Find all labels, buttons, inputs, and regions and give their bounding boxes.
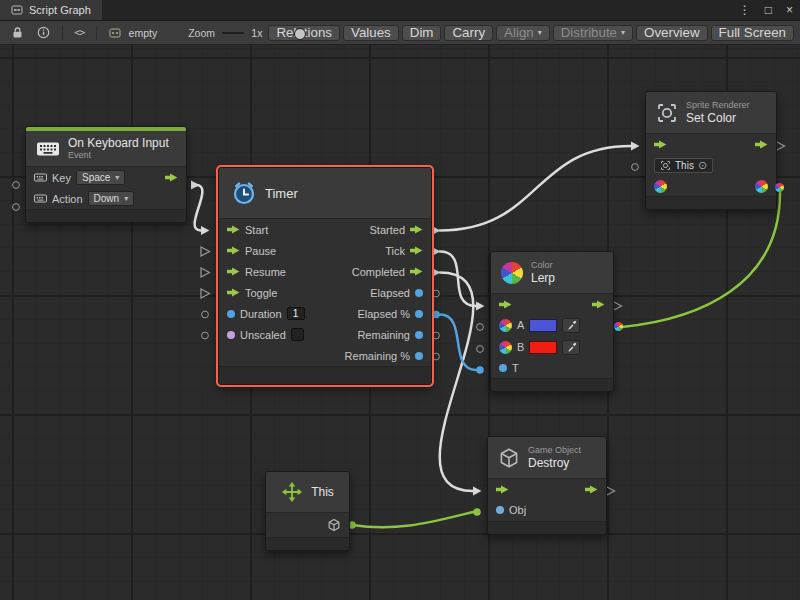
action-dropdown[interactable]: Down▾ — [88, 191, 135, 206]
port-lerp-result-color[interactable] — [614, 322, 623, 331]
graph-asset-icon — [104, 27, 126, 39]
window-close-icon[interactable]: × — [779, 0, 800, 20]
values-button[interactable]: Values — [343, 25, 399, 41]
code-view-icon[interactable]: <> — [69, 27, 89, 38]
key-dropdown[interactable]: Space▾ — [76, 170, 125, 185]
port-lerp-a — [477, 324, 484, 331]
zoom-slider-knob[interactable] — [294, 28, 306, 40]
node-footer — [646, 196, 776, 209]
port-timer-elapsed — [433, 290, 440, 297]
script-graph-icon — [11, 4, 23, 16]
port-label: Duration — [240, 308, 282, 320]
node-timer[interactable]: Timer Start Started Pause Tick Resume Co… — [218, 167, 432, 385]
float-port-icon[interactable] — [415, 310, 423, 318]
sprite-renderer-icon — [656, 102, 678, 124]
flow-arrow-icon[interactable] — [227, 267, 240, 276]
eyedropper-button[interactable] — [562, 340, 580, 355]
port-label: Unscaled — [240, 329, 286, 341]
port-row-color — [646, 176, 776, 196]
flow-arrow-icon[interactable] — [227, 246, 240, 255]
gameobject-port-icon[interactable] — [496, 506, 504, 514]
float-port-icon[interactable] — [415, 331, 423, 339]
port-lerp-flow-out — [613, 302, 622, 311]
port-timer-unscaled — [202, 332, 209, 339]
unscaled-checkbox[interactable] — [291, 328, 304, 341]
port-row-flow — [488, 479, 606, 499]
node-destroy[interactable]: Game Object Destroy Obj — [487, 436, 607, 535]
object-picker-icon[interactable]: ⊙ — [698, 160, 707, 171]
port-action-input — [13, 204, 20, 211]
float-port-icon[interactable] — [415, 352, 423, 360]
duration-input[interactable]: 1 — [287, 307, 305, 320]
port-label: Remaining % — [345, 350, 410, 362]
flow-arrow-icon[interactable] — [227, 288, 240, 297]
self-move-icon — [281, 481, 303, 503]
tab-script-graph[interactable]: Script Graph — [0, 0, 102, 20]
window-titlebar: Script Graph ⋮ □ × — [0, 0, 800, 21]
overview-button[interactable]: Overview — [636, 25, 708, 41]
wire-this-to-obj — [352, 512, 473, 527]
flow-arrow-icon[interactable] — [585, 485, 598, 494]
align-button[interactable]: Align▾ — [496, 25, 550, 41]
dim-button[interactable]: Dim — [402, 25, 442, 41]
port-timer-duration — [202, 311, 209, 318]
float-port-icon[interactable] — [499, 364, 507, 372]
port-row-flow — [646, 134, 776, 154]
carry-button[interactable]: Carry — [444, 25, 493, 41]
port-row-flow — [491, 294, 613, 314]
node-this[interactable]: This — [265, 471, 350, 551]
color-swatch-a[interactable] — [529, 319, 557, 332]
color-port-icon[interactable] — [654, 180, 667, 193]
target-field[interactable]: This ⊙ — [654, 158, 713, 173]
color-port-icon[interactable] — [499, 341, 512, 354]
port-row-b: B — [491, 336, 613, 358]
lock-icon[interactable] — [6, 26, 29, 39]
float-port-icon[interactable] — [415, 289, 423, 297]
graph-canvas[interactable]: On Keyboard Input Event Key Space▾ Actio… — [0, 45, 800, 600]
port-setcolor-color-out[interactable] — [775, 183, 784, 192]
graph-name[interactable]: empty — [129, 27, 158, 39]
window-menu-icon[interactable]: ⋮ — [732, 0, 758, 20]
flow-arrow-icon[interactable] — [499, 300, 512, 309]
port-label-b: B — [517, 341, 524, 353]
color-port-icon[interactable] — [499, 319, 512, 332]
flow-arrow-icon[interactable] — [755, 140, 768, 149]
port-destroy-flow-out — [606, 487, 615, 496]
eyedropper-icon — [566, 320, 577, 331]
zoom-value: 1x — [251, 27, 262, 39]
flow-arrow-icon[interactable] — [496, 485, 509, 494]
flow-arrow-icon[interactable] — [410, 225, 423, 234]
zoom-slider[interactable] — [222, 26, 244, 40]
info-icon[interactable] — [32, 26, 55, 39]
fullscreen-button[interactable]: Full Screen — [711, 25, 794, 41]
flow-arrow-icon[interactable] — [654, 140, 667, 149]
color-port-icon[interactable] — [755, 180, 768, 193]
node-supertitle: Game Object — [528, 445, 581, 456]
flow-arrow-icon[interactable] — [410, 246, 423, 255]
color-swatch-b[interactable] — [529, 341, 557, 354]
port-timer-remaining — [433, 332, 440, 339]
node-footer — [26, 209, 186, 222]
eyedropper-button[interactable] — [562, 318, 580, 333]
action-type-icon — [34, 194, 47, 203]
port-row-remainingpct: Remaining % — [219, 345, 431, 366]
bool-port-icon[interactable] — [227, 331, 235, 339]
window-maximize-icon[interactable]: □ — [758, 0, 779, 20]
node-title: Destroy — [528, 456, 581, 470]
node-footer — [488, 521, 606, 534]
node-set-color[interactable]: Sprite Renderer Set Color This ⊙ — [645, 91, 777, 210]
flow-arrow-icon[interactable] — [227, 225, 240, 234]
flow-arrow-icon[interactable] — [410, 267, 423, 276]
port-label: Resume — [245, 266, 286, 278]
gameobject-cube-icon[interactable] — [327, 518, 341, 532]
eyedropper-icon — [566, 342, 577, 353]
node-on-keyboard-input[interactable]: On Keyboard Input Event Key Space▾ Actio… — [25, 126, 187, 223]
port-timer-toggle — [201, 289, 210, 298]
flow-arrow-icon[interactable] — [592, 300, 605, 309]
distribute-button[interactable]: Distribute▾ — [553, 25, 633, 41]
node-title: On Keyboard Input — [68, 136, 169, 150]
float-port-icon[interactable] — [227, 310, 235, 318]
flow-arrow-icon[interactable] — [165, 173, 178, 182]
node-color-lerp[interactable]: Color Lerp A B — [490, 251, 614, 392]
wire-keyboard-to-timer-start — [195, 185, 203, 231]
